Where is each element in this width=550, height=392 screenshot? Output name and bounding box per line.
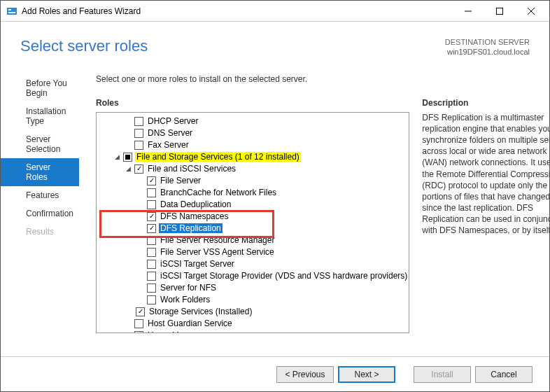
checkbox[interactable] <box>147 248 156 257</box>
app-icon <box>6 6 17 17</box>
page-title: Select server roles <box>20 37 148 55</box>
role-host-guardian[interactable]: Host Guardian Service <box>119 318 409 330</box>
collapse-icon[interactable]: ◢ <box>125 165 132 172</box>
role-data-dedup[interactable]: Data Deduplication <box>141 199 409 211</box>
nav-server-selection[interactable]: Server Selection <box>1 130 79 158</box>
next-button[interactable]: Next > <box>338 366 395 383</box>
role-branchcache[interactable]: BranchCache for Network Files <box>141 187 409 199</box>
role-iscsi-target-storage[interactable]: iSCSI Target Storage Provider (VDS and V… <box>141 270 409 282</box>
install-button: Install <box>414 366 471 383</box>
roles-label: Roles <box>96 98 409 108</box>
maximize-icon <box>496 8 503 15</box>
checkbox-checked[interactable] <box>147 212 156 221</box>
cancel-button[interactable]: Cancel <box>475 366 533 383</box>
role-file-iscsi-services[interactable]: ◢File and iSCSI Services <box>119 163 409 175</box>
minimize-icon <box>465 8 472 15</box>
role-storage-services[interactable]: Storage Services (Installed) <box>130 306 409 318</box>
minimize-button[interactable] <box>452 1 484 22</box>
destination-label: DESTINATION SERVER <box>445 37 530 47</box>
svg-rect-1 <box>8 9 11 10</box>
checkbox[interactable] <box>147 284 156 293</box>
checkbox-checked[interactable] <box>136 307 145 316</box>
checkbox[interactable] <box>134 117 143 126</box>
collapse-icon[interactable]: ◢ <box>113 153 120 160</box>
checkbox-checked[interactable] <box>134 164 143 174</box>
description-label: Description <box>422 98 550 108</box>
header: Select server roles DESTINATION SERVER w… <box>1 22 549 67</box>
nav-installation-type[interactable]: Installation Type <box>1 102 79 130</box>
nav-features[interactable]: Features <box>1 186 79 204</box>
nav-server-roles[interactable]: Server Roles <box>1 158 79 186</box>
roles-listbox[interactable]: DHCP Server DNS Server Fax Server ◢File … <box>96 112 409 333</box>
role-dfs-replication[interactable]: DFS Replication <box>141 223 409 234</box>
body: Before You Begin Installation Type Serve… <box>1 67 549 344</box>
role-fs-vss-agent[interactable]: File Server VSS Agent Service <box>141 246 409 258</box>
svg-rect-4 <box>496 8 502 14</box>
checkbox[interactable] <box>147 188 156 197</box>
previous-button[interactable]: < Previous <box>276 366 334 383</box>
role-dhcp-server[interactable]: DHCP Server <box>119 115 409 127</box>
description-text: DFS Replication is a multimaster replica… <box>422 112 550 237</box>
checkbox[interactable] <box>147 260 156 269</box>
window-title: Add Roles and Features Wizard <box>22 6 141 16</box>
description-pane: Description DFS Replication is a multima… <box>422 74 550 344</box>
close-icon <box>528 8 535 15</box>
instruction-text: Select one or more roles to install on t… <box>96 74 409 84</box>
checkbox[interactable] <box>134 141 143 150</box>
role-hyperv[interactable]: Hyper-V <box>119 330 409 333</box>
sidebar: Before You Begin Installation Type Serve… <box>1 67 79 344</box>
checkbox[interactable] <box>147 295 156 304</box>
role-dns-server[interactable]: DNS Server <box>119 127 409 139</box>
role-server-nfs[interactable]: Server for NFS <box>141 282 409 294</box>
main: Select one or more roles to install on t… <box>79 67 550 344</box>
checkbox-checked[interactable] <box>147 224 156 233</box>
role-file-server[interactable]: File Server <box>141 175 409 187</box>
titlebar: Add Roles and Features Wizard <box>1 1 549 22</box>
checkbox-checked[interactable] <box>147 176 156 186</box>
checkbox[interactable] <box>147 200 156 209</box>
nav-confirmation[interactable]: Confirmation <box>1 204 79 223</box>
checkbox[interactable] <box>147 272 156 281</box>
footer: < Previous Next > Install Cancel <box>1 356 549 391</box>
nav-before-you-begin[interactable]: Before You Begin <box>1 74 79 102</box>
svg-rect-2 <box>8 12 15 13</box>
role-fsrm[interactable]: File Server Resource Manager <box>141 234 409 246</box>
checkbox[interactable] <box>134 331 143 333</box>
checkbox[interactable] <box>147 236 156 245</box>
role-iscsi-target-server[interactable]: iSCSI Target Server <box>141 258 409 270</box>
checkbox[interactable] <box>134 319 143 328</box>
roles-pane: Select one or more roles to install on t… <box>96 74 409 344</box>
role-fax-server[interactable]: Fax Server <box>119 139 409 151</box>
destination-server: DESTINATION SERVER win19DFS01.cloud.loca… <box>445 37 530 57</box>
role-dfs-namespaces[interactable]: DFS Namespaces <box>141 211 409 223</box>
nav-results: Results <box>1 223 79 241</box>
role-file-storage-services[interactable]: ◢File and Storage Services (1 of 12 inst… <box>108 151 409 163</box>
checkbox[interactable] <box>134 129 143 138</box>
maximize-button[interactable] <box>484 1 515 22</box>
svg-rect-0 <box>7 8 17 15</box>
close-button[interactable] <box>515 1 547 22</box>
role-work-folders[interactable]: Work Folders <box>141 294 409 306</box>
checkbox-indeterminate[interactable] <box>123 153 132 162</box>
destination-value: win19DFS01.cloud.local <box>445 47 530 57</box>
